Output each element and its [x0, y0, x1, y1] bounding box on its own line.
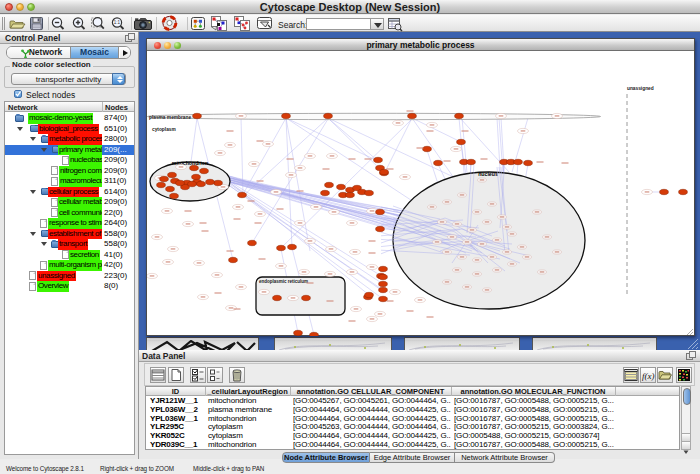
- svg-text:endoplasmic reticulum: endoplasmic reticulum: [259, 279, 308, 284]
- svg-text:1:1: 1:1: [114, 20, 121, 25]
- svg-text:f(x): f(x): [642, 371, 655, 381]
- svg-text:nucleus: nucleus: [478, 171, 498, 177]
- svg-text:unassigned: unassigned: [627, 86, 654, 91]
- svg-text:plasma membrane: plasma membrane: [149, 115, 191, 120]
- svg-text:cytoplasm: cytoplasm: [152, 127, 176, 132]
